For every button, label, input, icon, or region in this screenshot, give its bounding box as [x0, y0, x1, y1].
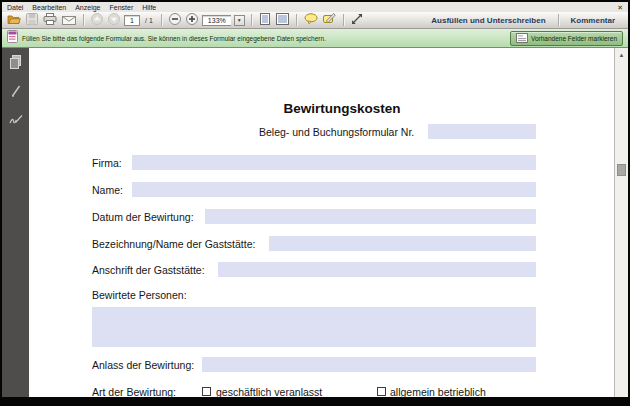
page-count-label: / 1	[145, 17, 153, 24]
highlight-fields-label: Vorhandene Felder markieren	[531, 35, 617, 42]
open-file-icon	[7, 11, 21, 29]
name-label: Name:	[92, 184, 123, 196]
vertical-scrollbar[interactable]: ▲	[614, 48, 628, 397]
datum-label: Datum der Bewirtung:	[92, 211, 194, 223]
menu-anzeige[interactable]: Anzeige	[75, 4, 100, 11]
anschrift-label: Anschrift der Gaststätte:	[92, 264, 205, 276]
fit-page-icon	[276, 11, 289, 29]
menu-hilfe[interactable]: Hilfe	[142, 4, 156, 11]
beleg-input[interactable]	[428, 124, 536, 139]
zoom-in-icon	[186, 11, 198, 29]
window-close-icon[interactable]: ✕	[617, 4, 623, 11]
zoom-out-button[interactable]	[168, 13, 182, 28]
datum-input[interactable]	[205, 209, 536, 224]
toolbar-separator	[343, 14, 344, 26]
firma-input[interactable]	[132, 155, 536, 170]
sign-icon	[323, 11, 336, 29]
geschaeftlich-checkbox[interactable]	[202, 387, 211, 396]
comment-bubble-button[interactable]	[303, 13, 319, 28]
form-message-bar: Füllen Sie bitte das folgende Formular a…	[2, 29, 628, 48]
personen-label: Bewirtete Personen:	[92, 289, 187, 301]
previous-page-icon	[91, 11, 103, 29]
menu-bearbeiten[interactable]: Bearbeiten	[32, 4, 66, 11]
art-label: Art der Bewirtung:	[92, 386, 176, 398]
beleg-label: Beleg- und Buchungsformular Nr.	[259, 126, 414, 138]
toolbar-separator	[296, 14, 297, 26]
bezeichnung-input[interactable]	[269, 236, 536, 251]
open-file-button[interactable]	[6, 13, 22, 28]
betrieblich-checkbox[interactable]	[377, 387, 386, 396]
comment-icon	[304, 11, 318, 29]
fit-width-icon	[259, 11, 271, 29]
sign-button[interactable]	[322, 13, 337, 28]
fill-and-sign-button[interactable]: Ausfüllen und Unterschreiben	[422, 16, 554, 25]
toolbar-separator	[161, 14, 162, 26]
document-page: Bewirtungskosten Beleg- und Buchungsform…	[29, 48, 614, 397]
scroll-up-icon[interactable]: ▲	[617, 50, 626, 59]
name-input[interactable]	[132, 182, 536, 197]
next-page-icon	[108, 11, 120, 29]
form-message-text: Füllen Sie bitte das folgende Formular a…	[22, 35, 326, 42]
page-number-input[interactable]: 1	[124, 15, 140, 26]
zoom-dropdown-icon[interactable]: ▼	[234, 15, 245, 26]
personen-textarea[interactable]	[92, 307, 536, 347]
signatures-icon[interactable]	[8, 112, 24, 128]
toolbar-separator	[83, 14, 84, 26]
highlight-fields-icon	[516, 33, 528, 44]
previous-page-button[interactable]	[90, 13, 104, 28]
zoom-out-icon	[169, 11, 181, 29]
fit-page-button[interactable]	[275, 13, 290, 28]
next-page-button[interactable]	[107, 13, 121, 28]
highlight-fields-button[interactable]: Vorhandene Felder markieren	[510, 31, 623, 46]
scrollbar-thumb[interactable]	[617, 164, 626, 176]
comment-panel-button[interactable]: Kommentar	[562, 16, 624, 25]
page-thumbnails-icon[interactable]	[8, 54, 24, 70]
menu-fenster[interactable]: Fenster	[110, 4, 134, 11]
toolbar-right-group: Ausfüllen und Unterschreiben Kommentar	[422, 14, 624, 26]
navigation-sidebar	[2, 48, 29, 397]
page-title: Bewirtungskosten	[71, 101, 613, 116]
fullscreen-button[interactable]	[350, 13, 364, 28]
attachments-icon[interactable]	[8, 83, 24, 99]
anschrift-input[interactable]	[218, 262, 536, 277]
save-icon	[26, 11, 38, 29]
toolbar-separator	[251, 14, 252, 26]
zoom-in-button[interactable]	[185, 13, 199, 28]
bezeichnung-label: Bezeichnung/Name der Gaststätte:	[92, 238, 255, 250]
print-button[interactable]	[42, 13, 58, 28]
zoom-level-input[interactable]: 133%	[202, 15, 231, 26]
save-button[interactable]	[25, 13, 39, 28]
firma-label: Firma:	[92, 157, 122, 169]
betrieblich-label: allgemein betrieblich	[390, 386, 486, 398]
print-icon	[43, 11, 57, 29]
fullscreen-icon	[351, 11, 363, 29]
anlass-input[interactable]	[202, 357, 536, 372]
toolbar-separator	[558, 14, 559, 26]
form-info-icon	[7, 29, 18, 47]
anlass-label: Anlass der Bewirtung:	[92, 359, 194, 371]
toolbar: 1 / 1 133% ▼ Ausfüllen und Unterschreibe…	[2, 12, 628, 29]
menu-datei[interactable]: Datei	[7, 4, 23, 11]
email-icon	[62, 11, 76, 29]
geschaeftlich-label: geschäftlich veranlasst	[216, 386, 322, 398]
email-button[interactable]	[61, 13, 77, 28]
fit-width-button[interactable]	[258, 13, 272, 28]
acrobat-window: Datei Bearbeiten Anzeige Fenster Hilfe ✕…	[0, 0, 630, 406]
